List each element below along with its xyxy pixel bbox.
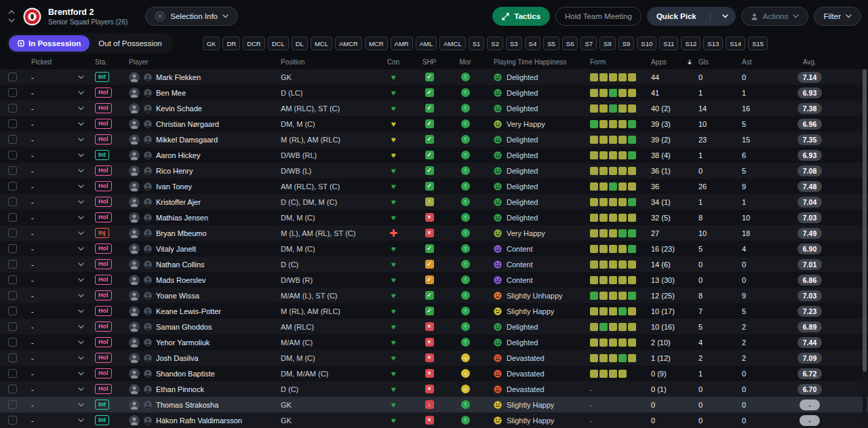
player-name[interactable]: Ethan Pinnock	[156, 385, 204, 393]
player-name[interactable]: Vitaly Janelt	[156, 245, 196, 253]
col-header-happiness[interactable]: Playing Time Happiness	[483, 58, 586, 66]
player-name[interactable]: Thomas Strakosha	[156, 401, 218, 409]
player-name[interactable]: Kevin Schade	[156, 104, 202, 113]
player-name[interactable]: Keane Lewis-Potter	[156, 307, 221, 315]
picked-dropdown[interactable]: -	[24, 198, 92, 206]
picked-dropdown[interactable]: -	[24, 323, 92, 331]
quick-pick-button[interactable]: Quick Pick	[647, 7, 736, 26]
picked-dropdown[interactable]: -	[24, 401, 92, 409]
player-name[interactable]: Yoane Wissa	[156, 292, 199, 300]
picked-dropdown[interactable]: -	[24, 416, 92, 425]
row-checkbox[interactable]	[8, 213, 17, 222]
picked-dropdown[interactable]: -	[24, 260, 92, 269]
position-filter-s4[interactable]: S4	[525, 37, 541, 50]
position-filter-s10[interactable]: S10	[637, 37, 656, 50]
col-header-sta[interactable]: Sta.	[92, 58, 123, 66]
picked-dropdown[interactable]: -	[24, 89, 92, 97]
picked-dropdown[interactable]: -	[24, 73, 92, 81]
player-name[interactable]: Saman Ghoddos	[156, 323, 212, 331]
picked-dropdown[interactable]: -	[24, 136, 92, 144]
row-checkbox[interactable]	[8, 338, 17, 347]
row-checkbox[interactable]	[8, 369, 17, 378]
hold-team-meeting-button[interactable]: Hold Team Meeting	[555, 7, 642, 26]
picked-dropdown[interactable]: -	[24, 276, 92, 284]
position-filter-s9[interactable]: S9	[618, 37, 635, 50]
picked-dropdown[interactable]: -	[24, 338, 92, 347]
position-filter-dcl[interactable]: DCL	[268, 37, 289, 50]
position-filter-amcr[interactable]: AMCR	[335, 37, 362, 50]
tactics-button[interactable]: Tactics	[492, 7, 550, 26]
col-header-picked[interactable]: Picked	[24, 58, 92, 66]
col-header-mor[interactable]: Mor	[448, 58, 483, 66]
picked-dropdown[interactable]: -	[24, 182, 92, 191]
row-checkbox[interactable]	[8, 275, 17, 284]
row-checkbox[interactable]	[8, 197, 17, 206]
col-header-con[interactable]: Con	[376, 58, 411, 66]
position-filter-s11[interactable]: S11	[659, 37, 678, 50]
row-checkbox[interactable]	[8, 119, 17, 128]
picked-dropdown[interactable]: -	[24, 245, 92, 253]
player-name[interactable]: Mark Flekken	[156, 73, 201, 81]
row-checkbox[interactable]	[8, 151, 17, 159]
picked-dropdown[interactable]: -	[24, 354, 92, 362]
position-filter-s1[interactable]: S1	[469, 37, 485, 50]
col-header-gls[interactable]: Gls	[698, 58, 742, 66]
picked-dropdown[interactable]: -	[24, 385, 92, 393]
position-filter-s2[interactable]: S2	[487, 37, 503, 50]
col-header-apps[interactable]: Apps	[651, 58, 698, 66]
position-filter-s14[interactable]: S14	[726, 37, 745, 50]
player-name[interactable]: Rico Henry	[156, 167, 193, 175]
row-checkbox[interactable]	[8, 260, 17, 269]
row-checkbox[interactable]	[8, 104, 17, 113]
col-header-player[interactable]: Player	[123, 58, 281, 66]
collapse-down-button[interactable]	[7, 18, 16, 23]
player-name[interactable]: Hákon Rafn Valdimarsson	[156, 416, 242, 425]
player-name[interactable]: Aaron Hickey	[156, 151, 200, 159]
picked-dropdown[interactable]: -	[24, 292, 92, 300]
player-name[interactable]: Ben Mee	[156, 89, 186, 97]
position-filter-s7[interactable]: S7	[580, 37, 597, 50]
position-filter-dl[interactable]: DL	[292, 37, 308, 50]
picked-dropdown[interactable]: -	[24, 167, 92, 175]
position-filter-s3[interactable]: S3	[506, 37, 522, 50]
position-filter-amr[interactable]: AMR	[391, 37, 413, 50]
player-name[interactable]: Mads Roerslev	[156, 276, 205, 284]
position-filter-dr[interactable]: DR	[222, 37, 240, 50]
player-name[interactable]: Mathias Jensen	[156, 214, 208, 222]
row-checkbox[interactable]	[8, 229, 17, 237]
player-name[interactable]: Josh Dasilva	[156, 354, 198, 362]
picked-dropdown[interactable]: -	[24, 120, 92, 128]
collapse-up-button[interactable]	[7, 9, 16, 15]
position-filter-mcr[interactable]: MCR	[365, 37, 388, 50]
col-header-form[interactable]: Form	[586, 58, 651, 66]
player-name[interactable]: Mikkel Damsgaard	[156, 136, 218, 144]
quick-pick-dropdown[interactable]	[715, 14, 735, 18]
row-checkbox[interactable]	[8, 73, 17, 81]
tab-in-possession[interactable]: In Possession	[9, 35, 90, 52]
scrollbar-thumb[interactable]	[863, 69, 867, 372]
actions-button[interactable]: Actions	[741, 7, 809, 26]
position-filter-aml[interactable]: AML	[416, 37, 437, 50]
row-checkbox[interactable]	[8, 385, 17, 393]
picked-dropdown[interactable]: -	[24, 151, 92, 159]
col-header-ast[interactable]: Ast	[742, 58, 785, 66]
player-name[interactable]: Yehor Yarmoliuk	[156, 338, 210, 347]
position-filter-s12[interactable]: S12	[681, 37, 701, 50]
player-name[interactable]: Christian Nørgaard	[156, 120, 219, 128]
row-checkbox[interactable]	[8, 166, 17, 175]
player-name[interactable]: Bryan Mbeumo	[156, 229, 207, 237]
player-name[interactable]: Shandon Baptiste	[156, 370, 215, 378]
col-header-shp[interactable]: SHP	[411, 58, 448, 66]
position-filter-s5[interactable]: S5	[543, 37, 559, 50]
position-filter-mcl[interactable]: MCL	[311, 37, 332, 50]
row-checkbox[interactable]	[8, 307, 17, 315]
position-filter-amcl[interactable]: AMCL	[439, 37, 465, 50]
position-filter-s13[interactable]: S13	[703, 37, 723, 50]
position-filter-gk[interactable]: GK	[203, 37, 220, 50]
position-filter-dcr[interactable]: DCR	[243, 37, 265, 50]
col-header-position[interactable]: Position	[281, 58, 376, 66]
row-checkbox[interactable]	[8, 353, 17, 362]
player-name[interactable]: Kristoffer Ajer	[156, 198, 201, 206]
row-checkbox[interactable]	[8, 244, 17, 253]
tab-out-of-possession[interactable]: Out of Possession	[90, 35, 170, 52]
